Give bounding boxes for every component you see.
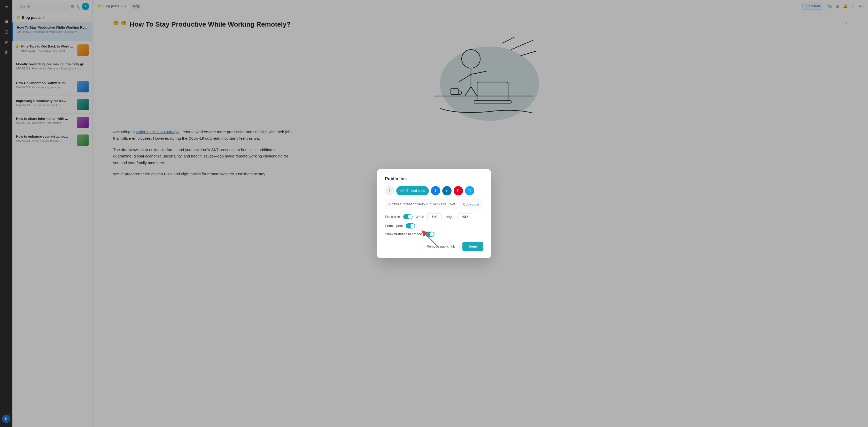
- show-branding-label: Show branding in embed: [385, 232, 422, 236]
- embed-code-label: Embed code: [406, 189, 425, 193]
- linkedin-button[interactable]: in: [442, 186, 452, 195]
- width-input[interactable]: [427, 213, 442, 220]
- height-input[interactable]: [458, 213, 472, 220]
- remove-public-link-button[interactable]: Remove public link: [422, 242, 460, 251]
- embed-code-button[interactable]: </> Embed code: [396, 186, 429, 195]
- height-label: Height: [445, 215, 455, 219]
- facebook-button[interactable]: f: [431, 186, 440, 195]
- pinterest-button[interactable]: P: [454, 186, 463, 195]
- fixed-size-row: Fixed size Width Height: [385, 213, 483, 220]
- enable-print-row: Enable print: [385, 223, 483, 228]
- modal-footer: Remove public link Done: [385, 242, 483, 251]
- done-button[interactable]: Done: [462, 242, 483, 251]
- copy-code-button[interactable]: Copy code: [460, 200, 483, 209]
- modal-title: Public link: [385, 176, 483, 182]
- share-link-button[interactable]: ⤴: [385, 186, 394, 195]
- fixed-size-toggle[interactable]: [403, 214, 412, 219]
- public-link-modal: Public link ⤴ </> Embed code f in P 𝕏 Co…: [377, 169, 491, 258]
- embed-code-row: Copy code: [385, 200, 483, 209]
- modal-share-buttons: ⤴ </> Embed code f in P 𝕏: [385, 186, 483, 195]
- width-label: Width: [416, 215, 424, 219]
- fixed-size-label: Fixed size: [385, 215, 400, 219]
- embed-code-input[interactable]: [385, 200, 460, 208]
- twitter-button[interactable]: 𝕏: [465, 186, 474, 195]
- modal-overlay[interactable]: Public link ⤴ </> Embed code f in P 𝕏 Co…: [0, 0, 868, 427]
- enable-print-toggle[interactable]: [406, 223, 415, 228]
- code-icon: </>: [400, 189, 405, 193]
- show-branding-toggle[interactable]: [425, 232, 435, 237]
- embed-options: Fixed size Width Height Enable print Sho…: [385, 213, 483, 237]
- enable-print-label: Enable print: [385, 224, 403, 228]
- show-branding-row: Show branding in embed: [385, 232, 483, 237]
